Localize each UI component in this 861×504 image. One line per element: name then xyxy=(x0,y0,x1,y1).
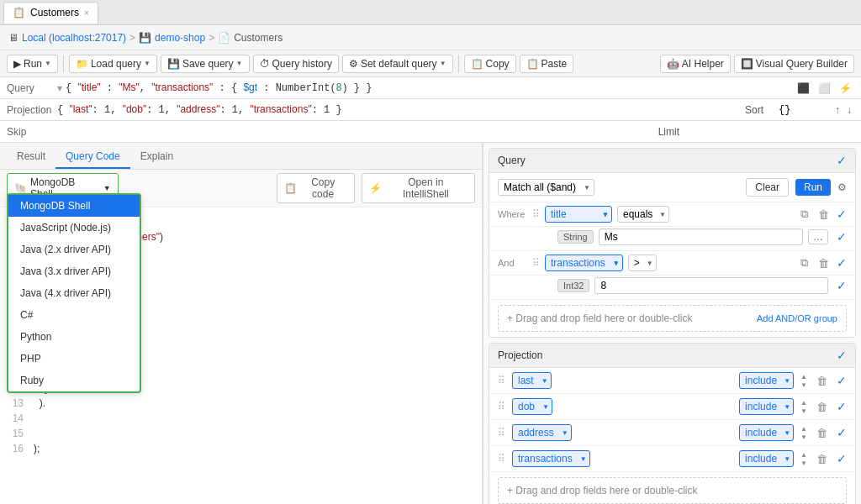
load-query-button[interactable]: 📁 Load query ▼ xyxy=(69,55,157,73)
value-input-1[interactable] xyxy=(599,228,803,245)
copy-button[interactable]: 📋 Copy xyxy=(464,55,516,73)
value-check-2[interactable]: ✓ xyxy=(837,279,847,292)
lang-java-3x[interactable]: Java (3.x driver API) xyxy=(8,260,140,282)
proj-check-last[interactable]: ✓ xyxy=(837,374,847,387)
run-button[interactable]: ▶ Run ▼ xyxy=(7,55,58,73)
proj-up-dob[interactable]: ▲ xyxy=(800,399,807,407)
set-default-query-button[interactable]: ⚙ Set default query ▼ xyxy=(342,55,453,73)
drag-handle-2[interactable]: ⠿ xyxy=(532,257,540,269)
lang-php[interactable]: PHP xyxy=(8,348,140,370)
tab-result[interactable]: Result xyxy=(7,145,55,169)
proj-check-transactions[interactable]: ✓ xyxy=(837,452,847,465)
value-check-1[interactable]: ✓ xyxy=(837,230,847,244)
lang-csharp[interactable]: C# xyxy=(8,304,140,326)
add-and-or-group[interactable]: Add AND/OR group xyxy=(757,313,837,323)
include-select-wrap-address[interactable]: include xyxy=(739,424,794,441)
server-link[interactable]: Local (localhost:27017) xyxy=(22,32,126,44)
delete-condition-1[interactable]: 🗑 xyxy=(816,207,832,222)
proj-delete-address[interactable]: 🗑 xyxy=(814,426,830,440)
proj-check-address[interactable]: ✓ xyxy=(837,426,847,439)
op-select-2[interactable]: > xyxy=(628,255,657,271)
include-select-wrap-last[interactable]: include xyxy=(739,372,794,389)
query-drag-drop[interactable]: + Drag and drop field here or double-cli… xyxy=(498,305,847,332)
drag-proj-last[interactable]: ⠿ xyxy=(498,375,505,386)
skip-input[interactable] xyxy=(57,126,225,138)
delete-condition-2[interactable]: 🗑 xyxy=(816,256,832,270)
condition-check-1[interactable]: ✓ xyxy=(837,207,847,221)
sort-value[interactable]: {} xyxy=(779,104,829,116)
type-badge-2[interactable]: Int32 xyxy=(557,279,589,292)
op-select-1[interactable]: equals xyxy=(617,206,669,223)
op-select-wrap-2[interactable]: > xyxy=(628,255,657,271)
drag-proj-address[interactable]: ⠿ xyxy=(498,427,505,438)
query-expand-button[interactable]: ⬜ xyxy=(816,81,833,95)
query-check[interactable]: ✓ xyxy=(837,154,847,167)
proj-delete-transactions[interactable]: 🗑 xyxy=(814,452,830,466)
value-input-2[interactable] xyxy=(594,277,828,294)
proj-down-last[interactable]: ▼ xyxy=(800,381,807,389)
field-select-wrap-2[interactable]: transactions ▼ xyxy=(545,255,623,271)
ai-helper-button[interactable]: 🤖 AI Helper xyxy=(660,55,731,73)
query-toggle[interactable]: ▾ xyxy=(57,82,62,94)
sort-down[interactable]: ↓ xyxy=(844,103,854,117)
query-format-button[interactable]: ⬛ xyxy=(795,81,812,95)
type-badge-1[interactable]: String xyxy=(557,230,594,244)
language-dropdown[interactable]: MongoDB Shell JavaScript (Node.js) Java … xyxy=(7,193,141,393)
proj-delete-last[interactable]: 🗑 xyxy=(814,374,830,388)
sort-up[interactable]: ↑ xyxy=(832,103,843,117)
projection-check[interactable]: ✓ xyxy=(837,349,847,362)
customers-tab[interactable]: 📋 Customers × xyxy=(3,2,98,24)
proj-field-address[interactable]: address xyxy=(512,424,572,441)
proj-field-wrap-address[interactable]: address ▼ xyxy=(512,424,572,441)
include-select-wrap-transactions[interactable]: include xyxy=(739,450,794,467)
lang-mongodb-shell[interactable]: MongoDB Shell xyxy=(8,195,140,217)
drag-handle-1[interactable]: ⠿ xyxy=(532,208,540,220)
clear-button[interactable]: Clear xyxy=(746,178,789,197)
field-select-1[interactable]: title xyxy=(545,206,612,223)
tab-close-button[interactable]: × xyxy=(84,8,89,18)
proj-up-transactions[interactable]: ▲ xyxy=(800,451,807,459)
proj-field-wrap-last[interactable]: last ▼ xyxy=(512,372,552,389)
query-value[interactable]: { "title" : "Ms", "transactions" : { $gt… xyxy=(66,81,795,94)
field-select-2[interactable]: transactions xyxy=(545,255,623,271)
lang-python[interactable]: Python xyxy=(8,326,140,348)
query-favorite-button[interactable]: ⚡ xyxy=(837,81,854,95)
include-select-dob[interactable]: include xyxy=(739,398,794,415)
proj-check-dob[interactable]: ✓ xyxy=(837,400,847,413)
proj-field-transactions[interactable]: transactions xyxy=(512,450,590,467)
include-select-last[interactable]: include xyxy=(739,372,794,389)
proj-delete-dob[interactable]: 🗑 xyxy=(814,400,830,414)
save-query-button[interactable]: 💾 Save query ▼ xyxy=(161,55,250,73)
projection-value[interactable]: { "last": 1, "dob": 1, "address": 1, "tr… xyxy=(57,103,738,116)
proj-down-transactions[interactable]: ▼ xyxy=(800,459,807,467)
copy-condition-1[interactable]: ⧉ xyxy=(798,207,811,222)
visual-query-builder-button[interactable]: 🔲 Visual Query Builder xyxy=(734,55,854,73)
settings-icon[interactable]: ⚙ xyxy=(837,181,847,193)
query-history-button[interactable]: ⏱ Query history xyxy=(253,55,339,73)
open-intellishell-button[interactable]: ⚡ Open in IntelliShell xyxy=(362,173,475,203)
proj-down-dob[interactable]: ▼ xyxy=(800,407,807,415)
copy-code-button[interactable]: 📋 Copy code xyxy=(277,173,355,203)
proj-field-dob[interactable]: dob xyxy=(512,398,552,415)
lang-java-4x[interactable]: Java (4.x driver API) xyxy=(8,282,140,304)
include-select-wrap-dob[interactable]: include xyxy=(739,398,794,415)
limit-input[interactable] xyxy=(686,126,854,138)
proj-field-wrap-transactions[interactable]: transactions ▼ xyxy=(512,450,590,467)
include-select-transactions[interactable]: include xyxy=(739,450,794,467)
tab-query-code[interactable]: Query Code xyxy=(55,145,130,169)
proj-drag-drop[interactable]: + Drag and drop fields here or double-cl… xyxy=(498,477,847,504)
proj-up-address[interactable]: ▲ xyxy=(800,425,807,433)
drag-proj-transactions[interactable]: ⠿ xyxy=(498,453,505,465)
match-select[interactable]: Match all ($and) xyxy=(498,179,594,196)
include-select-address[interactable]: include xyxy=(739,424,794,441)
proj-up-last[interactable]: ▲ xyxy=(800,373,807,381)
copy-condition-2[interactable]: ⧉ xyxy=(798,255,811,270)
lang-ruby[interactable]: Ruby xyxy=(8,370,140,391)
lang-javascript[interactable]: JavaScript (Node.js) xyxy=(8,217,140,239)
drag-proj-dob[interactable]: ⠿ xyxy=(498,401,505,412)
run-query-button[interactable]: Run xyxy=(795,179,831,196)
op-select-wrap-1[interactable]: equals xyxy=(617,206,669,223)
db-link[interactable]: demo-shop xyxy=(155,32,205,44)
proj-field-wrap-dob[interactable]: dob ▼ xyxy=(512,398,552,415)
paste-button[interactable]: 📋 Paste xyxy=(520,55,574,73)
